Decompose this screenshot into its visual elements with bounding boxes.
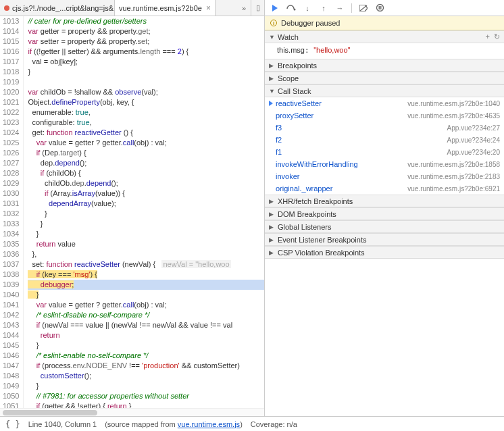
file-tab[interactable]: cjs.js?!./node_...cript&lang=js&× xyxy=(0,0,115,16)
code-line[interactable] xyxy=(28,77,264,87)
event-breakpoints-header[interactable]: ▶ Event Listener Breakpoints xyxy=(265,233,504,246)
code-line[interactable]: get: function reactiveGetter () { xyxy=(28,128,264,138)
chevron-right-icon: ▶ xyxy=(269,236,275,243)
watch-header[interactable]: ▼ Watch + ↻ xyxy=(265,30,504,43)
code-line[interactable]: } xyxy=(28,67,264,77)
code-line[interactable]: dep.depend(); xyxy=(28,158,264,168)
code-line[interactable]: enumerable: true, xyxy=(28,107,264,118)
dom-breakpoints-header[interactable]: ▶ DOM Breakpoints xyxy=(265,207,504,220)
code-line[interactable]: var getter = property && property.get; xyxy=(28,26,264,36)
code-line[interactable]: debugger; xyxy=(28,280,264,290)
code-line[interactable]: if ((!getter || setter) && arguments.len… xyxy=(28,47,264,57)
chevron-down-icon: ▼ xyxy=(269,34,275,41)
code-line[interactable]: var setter = property && property.set; xyxy=(28,36,264,47)
code-line[interactable]: if (getter && !setter) { return } xyxy=(28,401,264,408)
stack-frame[interactable]: invokeWithErrorHandlingvue.runtime.esm.j… xyxy=(265,158,504,170)
code-line[interactable]: if (Dep.target) { xyxy=(28,148,264,158)
code-line[interactable]: if (newVal === value || (newVal !== newV… xyxy=(28,320,264,330)
code-line[interactable]: // cater for pre-defined getter/setters xyxy=(28,16,264,26)
stack-frame[interactable]: reactiveSettervue.runtime.esm.js?2b0e:10… xyxy=(265,97,504,109)
code-line[interactable]: Object.defineProperty(obj, key, { xyxy=(28,97,264,107)
watch-value: "hello,woo" xyxy=(313,46,350,54)
svg-point-0 xyxy=(294,8,296,10)
callstack-header[interactable]: ▼ Call Stack xyxy=(265,84,504,97)
code-line[interactable]: /* eslint-disable no-self-compare */ xyxy=(28,310,264,320)
tabs-overflow-icon[interactable]: » xyxy=(237,4,251,12)
chevron-right-icon: ▶ xyxy=(269,249,275,256)
code-line[interactable]: }, xyxy=(28,249,264,259)
stack-frame[interactable]: f2App.vue?234e:24 xyxy=(265,134,504,146)
code-line[interactable]: } xyxy=(28,219,264,229)
code-line[interactable]: if (Array.isArray(value)) { xyxy=(28,188,264,199)
code-line[interactable]: // #7981: for accessor properties withou… xyxy=(28,391,264,401)
cursor-position: Line 1040, Column 1 xyxy=(28,420,97,428)
code-line[interactable]: childOb.dep.depend(); xyxy=(28,178,264,188)
frame-function: proxySetter xyxy=(276,111,313,120)
code-line[interactable]: /* eslint-enable no-self-compare */ xyxy=(28,351,264,361)
file-tab[interactable]: vue.runtime.esm.js?2b0e× xyxy=(115,0,216,16)
code-line[interactable]: } xyxy=(28,381,264,391)
pause-exceptions-button[interactable] xyxy=(375,3,384,13)
stack-frame[interactable]: f1App.vue?234e:20 xyxy=(265,146,504,158)
scope-header[interactable]: ▶ Scope xyxy=(265,72,504,84)
code-line[interactable]: if (process.env.NODE_ENV !== 'production… xyxy=(28,361,264,371)
code-line[interactable]: if (childOb) { xyxy=(28,168,264,178)
code-line[interactable]: if (key === 'msg') { xyxy=(28,270,264,280)
chevron-right-icon: ▶ xyxy=(269,211,275,218)
csp-breakpoints-header[interactable]: ▶ CSP Violation Breakpoints xyxy=(265,246,504,259)
code-line[interactable]: set: function reactiveSetter (newVal) { … xyxy=(28,259,264,270)
step-out-button[interactable]: ↑ xyxy=(319,3,328,13)
code-line[interactable]: } xyxy=(28,340,264,351)
status-bar: { } Line 1040, Column 1 (source mapped f… xyxy=(0,416,504,431)
svg-point-2 xyxy=(376,5,383,11)
code-line[interactable]: return xyxy=(28,330,264,340)
code-line[interactable]: var value = getter ? getter.call(obj) : … xyxy=(28,300,264,310)
code-line[interactable]: return value xyxy=(28,239,264,249)
pretty-print-icon[interactable]: { } xyxy=(5,420,20,429)
code-line[interactable]: } xyxy=(28,229,264,239)
frame-function: f3 xyxy=(276,124,282,132)
source-map-link[interactable]: vue.runtime.esm.js xyxy=(178,420,240,428)
watch-expression[interactable]: this.msg xyxy=(277,46,305,54)
xhr-breakpoints-header[interactable]: ▶ XHR/fetch Breakpoints xyxy=(265,195,504,207)
breakpoints-header[interactable]: ▶ Breakpoints xyxy=(265,59,504,72)
code-editor[interactable]: 1013101410151016101710181019102010211022… xyxy=(0,16,264,408)
info-icon: i xyxy=(270,20,277,26)
global-listeners-header[interactable]: ▶ Global Listeners xyxy=(265,220,504,233)
code-line[interactable]: var childOb = !shallow && observe(val); xyxy=(28,87,264,97)
deactivate-breakpoints-button[interactable] xyxy=(359,3,368,13)
stack-frame[interactable]: f3App.vue?234e:27 xyxy=(265,122,504,134)
close-icon[interactable]: × xyxy=(206,3,211,13)
source-mapped: (source mapped from vue.runtime.esm.js) xyxy=(105,420,243,428)
stack-frame[interactable]: original._wrappervue.runtime.esm.js?2b0e… xyxy=(265,182,504,195)
frame-location: App.vue?234e:20 xyxy=(447,149,500,156)
stack-frame[interactable]: proxySettervue.runtime.esm.js?2b0e:4635 xyxy=(265,109,504,122)
step-button[interactable]: → xyxy=(335,3,345,13)
stack-frame[interactable]: invokervue.runtime.esm.js?2b0e:2183 xyxy=(265,170,504,182)
code-line[interactable]: dependArray(value); xyxy=(28,199,264,209)
refresh-watch-icon[interactable]: ↻ xyxy=(494,32,500,41)
code-line[interactable]: configurable: true, xyxy=(28,118,264,128)
code-line[interactable]: var value = getter ? getter.call(obj) : … xyxy=(28,138,264,148)
frame-function: f2 xyxy=(276,136,282,144)
code-line[interactable]: } xyxy=(28,290,264,300)
frame-function: invoker xyxy=(276,172,299,180)
chevron-right-icon: ▶ xyxy=(269,224,275,230)
frame-location: vue.runtime.esm.js?2b0e:1040 xyxy=(407,100,500,107)
line-gutter: 1013101410151016101710181019102010211022… xyxy=(0,16,24,408)
code-line[interactable]: customSetter(); xyxy=(28,371,264,381)
paused-text: Debugger paused xyxy=(281,19,340,27)
step-over-button[interactable] xyxy=(286,3,296,13)
resume-button[interactable] xyxy=(270,3,280,13)
frame-function: invokeWithErrorHandling xyxy=(276,160,358,168)
tab-label: vue.runtime.esm.js?2b0e xyxy=(119,4,202,12)
code-line[interactable]: } xyxy=(28,209,264,219)
frame-location: vue.runtime.esm.js?2b0e:6921 xyxy=(407,185,500,193)
chevron-right-icon: ▶ xyxy=(269,75,275,82)
tab-label: cjs.js?!./node_...cript&lang=js& xyxy=(12,4,114,12)
step-into-button[interactable]: ↓ xyxy=(303,3,312,13)
toggle-sidebar-icon[interactable]: ▯ xyxy=(251,0,264,16)
add-watch-icon[interactable]: + xyxy=(486,32,490,41)
horizontal-scrollbar[interactable] xyxy=(0,408,264,416)
code-line[interactable]: val = obj[key]; xyxy=(28,57,264,67)
